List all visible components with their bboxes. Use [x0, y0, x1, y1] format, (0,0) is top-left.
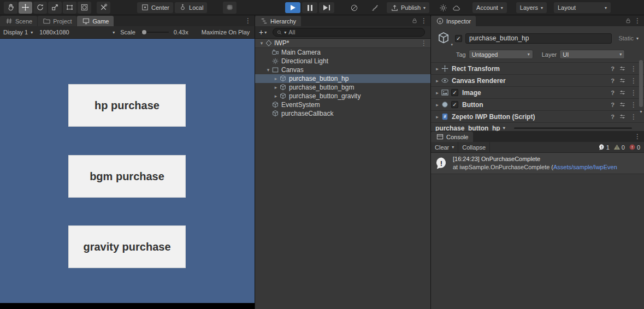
component-rect-transform[interactable]: ▸ Rect Transform ? ⋮ — [431, 62, 644, 74]
panel-menu-icon[interactable]: ⋮ — [634, 17, 641, 25]
expand-arrow[interactable]: ▸ — [273, 93, 279, 99]
expand-arrow[interactable]: ▸ — [434, 78, 441, 84]
maximize-on-play-toggle[interactable]: Maximize On Play — [199, 29, 252, 35]
grid-snap-button[interactable] — [223, 2, 237, 14]
component-zepeto-iwp-button-script[interactable]: ▸ # Zepeto IWP Button (Script) ? ⋮ — [431, 110, 644, 122]
pause-button[interactable] — [302, 2, 317, 13]
hierarchy-scene-row[interactable]: ▾ IWP* ⋮ — [255, 39, 430, 48]
account-dropdown[interactable]: Account ▾ — [472, 2, 507, 13]
expand-arrow[interactable]: ▸ — [434, 66, 441, 72]
component-canvas-renderer[interactable]: ▸ Canvas Renderer ? ⋮ — [431, 74, 644, 86]
component-enabled-checkbox[interactable]: ✓ — [451, 101, 458, 108]
resolution-dropdown[interactable]: 1080x1080 ▾ — [36, 26, 118, 38]
component-menu-icon[interactable]: ⋮ — [630, 89, 637, 97]
play-button[interactable] — [285, 2, 300, 13]
static-dropdown[interactable]: Static ▾ — [618, 35, 639, 41]
help-icon[interactable]: ? — [611, 114, 615, 120]
add-object-button[interactable]: + ▾ — [257, 28, 268, 37]
presets-icon[interactable] — [619, 65, 626, 72]
hierarchy-item-purchase-button-bgm[interactable]: ▸ purchase_button_bgm — [255, 83, 430, 92]
help-icon[interactable]: ? — [611, 102, 615, 108]
search-input[interactable]: ▾ All — [273, 28, 425, 37]
log-source-link[interactable]: Assets/sample/IwpEven — [553, 164, 617, 170]
hierarchy-item-eventsystem[interactable]: EventSystem — [255, 100, 430, 109]
info-count-badge[interactable]: ! 1 — [598, 144, 610, 151]
tab-inspector[interactable]: Inspector — [431, 16, 476, 26]
help-icon[interactable]: ? — [611, 78, 615, 84]
component-menu-icon[interactable]: ⋮ — [630, 113, 637, 121]
cloud-icon[interactable] — [450, 2, 463, 14]
rect-tool-button[interactable] — [63, 2, 76, 14]
expand-arrow[interactable]: ▸ — [273, 76, 279, 81]
layout-dropdown[interactable]: Layout ▾ — [554, 2, 611, 13]
lock-icon[interactable] — [411, 17, 418, 24]
services-icon[interactable] — [368, 2, 381, 14]
collapse-toggle[interactable]: Collapse — [458, 142, 490, 152]
component-menu-icon[interactable]: ⋮ — [630, 101, 637, 109]
scroll-down-icon[interactable]: ▾ — [639, 109, 643, 114]
hierarchy-item-purchasecallback[interactable]: purchaseCallback — [255, 109, 430, 118]
publish-button[interactable]: Publish ▾ — [387, 2, 429, 13]
help-icon[interactable]: ? — [611, 66, 615, 72]
game-button-bgm-purchase[interactable]: bgm purchase — [68, 155, 186, 198]
active-checkbox[interactable]: ✓ — [455, 35, 462, 42]
panel-menu-icon[interactable]: ⋮ — [421, 17, 427, 25]
tab-hierarchy[interactable]: Hierarchy — [255, 16, 301, 26]
component-enabled-checkbox[interactable]: ✓ — [451, 89, 458, 96]
display-dropdown[interactable]: Display 1 ▾ — [0, 26, 36, 38]
tab-game[interactable]: Game — [77, 16, 114, 26]
object-name-field[interactable]: purchase_button_hp — [465, 33, 612, 44]
log-entry[interactable]: ! [16:24:23] OnPurchaseComplete at iwpSa… — [431, 153, 644, 174]
hierarchy-item-purchase-button-gravity[interactable]: ▸ purchase_button_gravity — [255, 92, 430, 100]
pivot-center-button[interactable]: Center — [137, 2, 173, 13]
expand-arrow[interactable]: ▸ — [434, 90, 441, 96]
panel-menu-icon[interactable]: ⋮ — [634, 133, 641, 140]
hand-tool-button[interactable] — [4, 2, 17, 14]
presets-icon[interactable] — [619, 113, 626, 120]
component-image[interactable]: ▸ ✓ Image ? ⋮ — [431, 86, 644, 98]
clear-button[interactable]: Clear ▾ — [431, 142, 458, 152]
component-menu-icon[interactable]: ⋮ — [630, 77, 637, 85]
expand-arrow[interactable]: ▸ — [434, 114, 441, 120]
presets-icon[interactable] — [619, 77, 626, 84]
error-count-badge[interactable]: ! 0 — [629, 144, 640, 151]
expand-arrow[interactable]: ▸ — [434, 102, 441, 108]
hierarchy-item-main-camera[interactable]: Main Camera — [255, 48, 430, 57]
help-icon[interactable]: ? — [611, 90, 615, 96]
custom-tools-button[interactable] — [97, 2, 110, 14]
lock-icon[interactable] — [625, 17, 631, 24]
slider-knob[interactable] — [142, 30, 146, 34]
scrollbar-thumb[interactable] — [639, 60, 643, 107]
tab-console[interactable]: Console — [431, 132, 473, 142]
brightness-icon[interactable] — [436, 2, 450, 14]
scene-menu-icon[interactable]: ⋮ — [421, 39, 427, 47]
tag-dropdown[interactable]: Untagged ▾ — [469, 50, 533, 59]
warning-count-badge[interactable]: ! 0 — [613, 144, 625, 151]
horizontal-slider[interactable] — [514, 127, 632, 129]
presets-icon[interactable] — [619, 89, 626, 96]
vertical-scrollbar[interactable]: ▾ — [639, 60, 643, 121]
panel-menu-icon[interactable]: ⋮ — [245, 17, 251, 25]
component-button[interactable]: ▸ ✓ Button ? ⋮ — [431, 98, 644, 110]
step-button[interactable] — [319, 2, 334, 13]
move-tool-button[interactable] — [19, 2, 32, 14]
expand-arrow[interactable]: ▾ — [265, 67, 271, 73]
hierarchy-item-purchase-button-hp[interactable]: ▸ purchase_button_hp — [255, 74, 430, 83]
presets-icon[interactable] — [619, 101, 626, 108]
gameobject-icon[interactable]: ▾ — [435, 30, 452, 46]
layers-dropdown[interactable]: Layers ▾ — [516, 2, 547, 13]
tab-scene[interactable]: Scene — [0, 16, 37, 26]
tab-project[interactable]: Project — [38, 16, 76, 26]
collab-status-icon[interactable] — [347, 2, 361, 14]
component-menu-icon[interactable]: ⋮ — [630, 65, 637, 73]
game-button-hp-purchase[interactable]: hp purchase — [68, 84, 186, 127]
hierarchy-item-directional-light[interactable]: Directional Light — [255, 57, 430, 66]
scale-slider[interactable] — [140, 32, 169, 33]
expand-arrow[interactable]: ▾ — [258, 40, 265, 46]
game-button-gravity-purchase[interactable]: gravity purchase — [68, 225, 186, 268]
rotation-local-button[interactable]: Local — [175, 2, 207, 13]
expand-arrow[interactable]: ▸ — [273, 85, 279, 90]
transform-tool-button[interactable] — [78, 2, 91, 14]
rotate-tool-button[interactable] — [33, 2, 47, 14]
scale-tool-button[interactable] — [48, 2, 62, 14]
